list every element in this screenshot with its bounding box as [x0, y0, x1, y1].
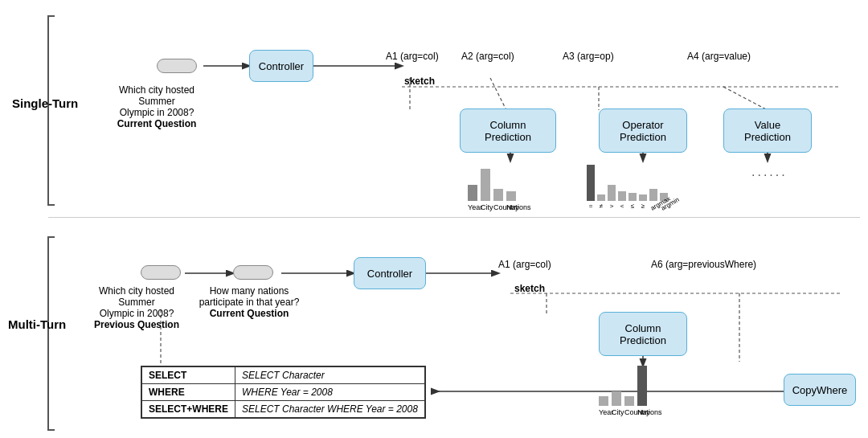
arg3-single: A3 (arg=op) [563, 51, 614, 62]
input-pill-prev [141, 265, 181, 280]
col-barchart-single: Year City Country Nations [468, 161, 516, 211]
col-prediction-multi: Column Prediction [599, 312, 687, 356]
divider [48, 217, 860, 218]
val-prediction-single: Value Prediction [723, 108, 812, 153]
input-pill-single [157, 59, 197, 73]
sketch-multi: sketch [514, 283, 545, 294]
copy-where-box: CopyWhere [784, 374, 856, 406]
single-turn-label: Single-Turn [12, 96, 78, 110]
op-barchart-single: = ≠ > < ≤ ≥ argmax argmin [587, 161, 668, 213]
question-single: Which city hosted Summer Olympic in 2008… [104, 84, 209, 129]
svg-line-3 [490, 78, 506, 110]
col-prediction-single: Column Prediction [460, 108, 556, 153]
col-barchart-multi: Year City Country Nations [599, 366, 647, 416]
controller-single: Controller [249, 50, 313, 82]
prev-question-multi: Which city hosted Summer Olympic in 2008… [84, 285, 189, 330]
svg-line-6 [723, 87, 768, 110]
curr-question-multi: How many nations participate in that yea… [197, 285, 301, 319]
controller-multi: Controller [354, 257, 426, 289]
arg6-multi: A6 (arg=previousWhere) [651, 259, 756, 270]
arg1-single: A1 (arg=col) [386, 51, 439, 62]
multi-turn-label: Multi-Turn [8, 317, 66, 331]
arg1-multi: A1 (arg=col) [498, 259, 551, 270]
op-prediction-single: Operator Prediction [599, 108, 687, 153]
sql-table: SELECT SELECT Character WHERE WHERE Year… [141, 366, 426, 419]
value-dots-single: ...... [751, 165, 788, 179]
main-diagram: Single-Turn Controller Which city hosted… [0, 0, 868, 438]
input-pill-curr [233, 265, 273, 280]
arg2-single: A2 (arg=col) [461, 51, 514, 62]
arrows-svg [0, 0, 868, 438]
sketch-single: sketch [404, 76, 435, 87]
arg4-single: A4 (arg=value) [687, 51, 751, 62]
